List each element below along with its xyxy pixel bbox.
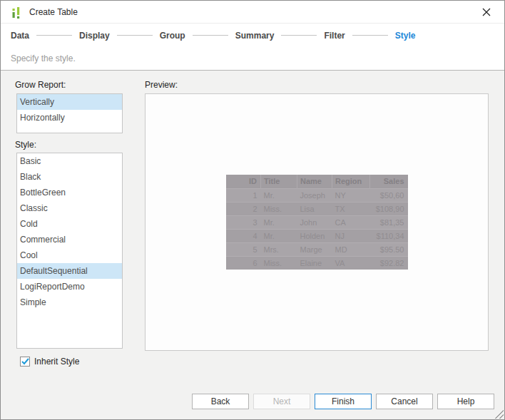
step-connector: [193, 35, 228, 36]
preview-table-cell: 6: [226, 256, 261, 270]
step-display[interactable]: Display: [79, 31, 110, 41]
grow-report-label: Grow Report:: [15, 80, 66, 90]
preview-col-header: Title: [261, 175, 297, 188]
preview-table-cell: Holden: [297, 229, 332, 242]
preview-table-cell: 5: [226, 242, 261, 256]
preview-table-cell: 2: [226, 202, 261, 215]
inherit-style-checkbox[interactable]: [20, 357, 30, 367]
preview-col-header: Sales: [370, 175, 408, 188]
preview-table-cell: John: [297, 215, 332, 229]
preview-table-cell: MD: [332, 242, 370, 256]
preview-col-header: Region: [332, 175, 370, 188]
style-option[interactable]: LogiReportDemo: [17, 279, 122, 294]
preview-table-cell: Miss.: [261, 202, 297, 215]
preview-table-cell: CA: [332, 215, 370, 229]
step-group[interactable]: Group: [160, 31, 185, 41]
preview-table-cell: Elaine: [297, 256, 332, 270]
step-connector: [281, 35, 317, 36]
inherit-style-row: Inherit Style: [20, 357, 79, 367]
preview-table-cell: 1: [226, 188, 261, 202]
style-option[interactable]: Commercial: [17, 232, 122, 247]
content-area: Grow Report: VerticallyHorizontally Styl…: [1, 71, 504, 419]
style-option[interactable]: Classic: [17, 200, 122, 216]
preview-table-cell: $50,60: [370, 188, 408, 202]
preview-col-header: ID: [226, 175, 261, 188]
preview-table-cell: Joseph: [297, 188, 332, 202]
preview-table-cell: 4: [226, 229, 261, 242]
preview-panel: IDTitleNameRegionSales1Mr.JosephNY$50,60…: [145, 93, 489, 351]
style-option[interactable]: Simple: [17, 294, 122, 310]
preview-table-cell: Mr.: [261, 188, 297, 202]
subtitle-text: Specify the style.: [11, 53, 76, 63]
preview-table-cell: Mrs.: [261, 242, 297, 256]
preview-table: IDTitleNameRegionSales1Mr.JosephNY$50,60…: [226, 175, 408, 270]
preview-table-row: 6Miss.ElaineVA$92.82: [226, 256, 408, 270]
inherit-style-label: Inherit Style: [34, 357, 79, 367]
preview-table-row: 5Mrs.MargeMD$95.50: [226, 242, 408, 256]
style-label: Style:: [15, 140, 36, 150]
style-listbox[interactable]: BasicBlackBottleGreenClassicColdCommerci…: [16, 153, 123, 349]
style-option[interactable]: Cold: [17, 216, 122, 232]
close-icon[interactable]: [474, 1, 499, 23]
preview-table-cell: TX: [332, 202, 370, 215]
help-button[interactable]: Help: [437, 394, 494, 409]
window-title: Create Table: [29, 7, 78, 17]
preview-table-cell: NJ: [332, 229, 370, 242]
grow-report-option[interactable]: Vertically: [17, 94, 122, 110]
style-option[interactable]: DefaultSequential: [17, 263, 122, 279]
preview-col-header: Name: [297, 175, 332, 188]
step-data[interactable]: Data: [11, 31, 29, 41]
preview-header-row: IDTitleNameRegionSales: [226, 175, 408, 188]
cancel-button[interactable]: Cancel: [376, 394, 433, 409]
preview-table-cell: Mr.: [261, 229, 297, 242]
step-filter[interactable]: Filter: [324, 31, 345, 41]
check-icon: [21, 358, 29, 365]
preview-table-cell: Mr.: [261, 215, 297, 229]
preview-table-cell: NY: [332, 188, 370, 202]
step-connector: [117, 35, 153, 36]
preview-table-cell: 3: [226, 215, 261, 229]
preview-table-row: 3Mr.JohnCA$81,35: [226, 215, 408, 229]
preview-table-cell: Lisa: [297, 202, 332, 215]
preview-table-cell: $92.82: [370, 256, 408, 270]
style-option[interactable]: Cool: [17, 247, 122, 263]
preview-table-cell: Marge: [297, 242, 332, 256]
preview-table-cell: $108,90: [370, 202, 408, 215]
preview-table-cell: VA: [332, 256, 370, 270]
style-option[interactable]: Basic: [17, 153, 122, 169]
preview-table-cell: $81,35: [370, 215, 408, 229]
preview-table-row: 2Miss.LisaTX$108,90: [226, 202, 408, 215]
preview-table-cell: $110,34: [370, 229, 408, 242]
preview-table-cell: Miss.: [261, 256, 297, 270]
preview-table-cell: $95.50: [370, 242, 408, 256]
style-option[interactable]: BottleGreen: [17, 185, 122, 200]
grow-report-listbox[interactable]: VerticallyHorizontally: [16, 93, 123, 133]
preview-table-row: 1Mr.JosephNY$50,60: [226, 188, 408, 202]
step-style[interactable]: Style: [395, 31, 416, 41]
finish-button[interactable]: Finish: [315, 394, 372, 409]
create-table-dialog: Create Table DataDisplayGroupSummaryFilt…: [0, 0, 505, 420]
title-bar: Create Table: [1, 1, 504, 24]
back-button[interactable]: Back: [192, 394, 249, 409]
step-summary[interactable]: Summary: [235, 31, 275, 41]
step-connector: [352, 35, 388, 36]
create-table-icon: [11, 6, 23, 19]
next-button: Next: [253, 394, 310, 409]
grow-report-option[interactable]: Horizontally: [17, 110, 122, 126]
button-row: BackNextFinishCancelHelp: [192, 394, 494, 409]
style-option[interactable]: Black: [17, 169, 122, 185]
preview-label: Preview:: [145, 80, 178, 90]
preview-table-row: 4Mr.HoldenNJ$110,34: [226, 229, 408, 242]
subtitle-bar: Specify the style.: [1, 47, 504, 71]
wizard-steps: DataDisplayGroupSummaryFilterStyle: [1, 24, 504, 47]
step-connector: [36, 35, 72, 36]
